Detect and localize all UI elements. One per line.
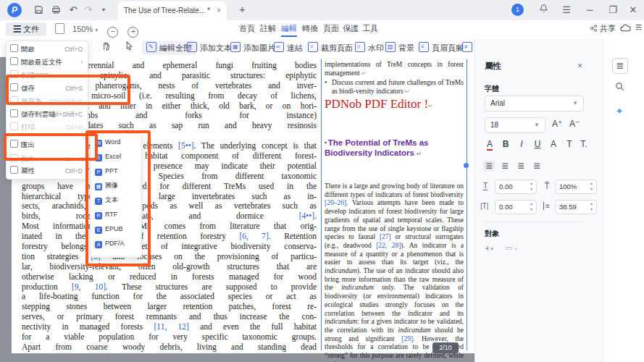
restore-window-icon[interactable]: ❐ <box>606 3 620 17</box>
tab-home[interactable]: 首頁 <box>239 23 255 34</box>
collapse-toolbar-icon[interactable]: ☴ <box>635 23 642 31</box>
hand-tool-icon[interactable] <box>101 41 111 55</box>
increase-font-size-button[interactable]: A⁺ <box>552 119 562 129</box>
selection-handle[interactable] <box>464 163 469 168</box>
align-justify-button[interactable]: ≣ <box>531 161 543 171</box>
line-height-input[interactable]: 38.59▴▾ <box>555 200 597 214</box>
underline-button[interactable]: U <box>531 139 544 149</box>
select-cursor-icon[interactable] <box>125 41 133 55</box>
print-icon[interactable] <box>49 4 62 17</box>
document-line: otherwise lacking or reduced in forests … <box>22 272 317 282</box>
font-color-button[interactable]: A <box>483 139 496 149</box>
ai-sparkle-icon[interactable]: ✦ <box>612 104 627 119</box>
object-distribute-button[interactable]: ▭ ▾ <box>505 243 517 253</box>
zoom-level[interactable]: 150% <box>72 25 93 33</box>
superscript-button[interactable]: T <box>563 139 576 149</box>
font-section-label: 字體 <box>485 84 499 94</box>
background-button[interactable]: ▨背景 <box>385 41 414 55</box>
tab-edit[interactable]: 編輯 <box>281 23 297 37</box>
zoom-dropdown-icon[interactable]: ▾ <box>95 27 98 33</box>
highlight-text-button[interactable]: A <box>547 139 560 149</box>
document-line: nectivity in managed forests [11, 12] an… <box>22 322 317 332</box>
align-left-button[interactable]: ≣ <box>483 161 495 171</box>
minimize-icon[interactable]: ─ <box>582 3 597 17</box>
redo-icon[interactable]: ↷ <box>82 4 95 17</box>
tab-tools[interactable]: 工具 <box>362 23 378 34</box>
chevron-down-icon: ▼ <box>572 96 578 111</box>
watermark-button[interactable]: ◊水印 <box>355 41 384 55</box>
document-line: birds, rodents, bats, and dormice [4••]. <box>22 211 317 222</box>
line-height-icon: ≡ <box>543 202 550 210</box>
watermark-icon: ◊ <box>355 42 365 52</box>
align-right-button[interactable]: ≣ <box>515 161 527 171</box>
link-button[interactable]: ∞連結 <box>274 41 303 55</box>
document-line: inated in the context of retention fores… <box>22 232 317 242</box>
document-section-heading[interactable]: •The Potential of TreMs as Biodiversity … <box>325 138 469 159</box>
document-right-column[interactable]: implementations of TreM concepts in fore… <box>325 61 464 96</box>
properties-panel-icon[interactable]: ≣ <box>612 58 628 74</box>
italic-button[interactable]: I <box>515 139 528 149</box>
notification-badge[interactable]: 1 <box>511 4 524 16</box>
font-size-select[interactable]: 18▼ <box>485 117 545 133</box>
zoom-out-icon[interactable]: − <box>107 27 118 38</box>
char-spacing-icon: T <box>483 182 488 190</box>
subscript-button[interactable]: T. <box>577 139 590 149</box>
crop-icon: ⌗ <box>308 42 318 52</box>
add-text-icon: T <box>187 42 197 52</box>
page-fit-icon[interactable] <box>55 23 64 34</box>
undo-icon[interactable]: ↶ <box>67 4 80 17</box>
text-selection-right-border <box>467 59 467 350</box>
document-tab[interactable]: The Use of Tree-Relate... * × <box>118 1 227 20</box>
hamburger-menu-icon[interactable]: ☰ <box>559 3 574 17</box>
search-icon[interactable] <box>612 81 627 96</box>
h-scale-icon: T <box>545 182 549 190</box>
document-line: forestry belongs to a set of integrative… <box>22 242 317 252</box>
inserted-watermark-text[interactable]: PDNob PDF Editor !↵ <box>325 97 433 111</box>
menu-item-save-to-cloud[interactable]: 儲存到雲端Ctrl+Shift+C <box>10 109 83 120</box>
document-line: Most information on TreMs comes from lit… <box>22 222 317 232</box>
font-family-select[interactable]: Arial▼ <box>485 96 584 111</box>
properties-icon <box>10 166 18 174</box>
object-align-button[interactable]: ⫞ ▾ <box>485 243 493 253</box>
decrease-font-size-button[interactable]: A⁻ <box>569 119 580 129</box>
tab-title: The Use of Tree-Relate... * <box>124 7 210 14</box>
add-text-button[interactable]: T添加文本 <box>187 41 232 55</box>
highlight-box-save <box>6 75 130 105</box>
tab-convert[interactable]: 轉換 <box>302 23 318 34</box>
header-footer-button[interactable]: ≡頁眉頁腳 <box>419 41 464 55</box>
menu-item-open[interactable]: 開啟Ctrl+O <box>10 43 83 55</box>
tab-page[interactable]: 頁面 <box>323 23 339 34</box>
close-window-icon[interactable]: ✕ <box>626 3 640 17</box>
document-line: sects, arachnids, and gastropods as well… <box>22 201 317 211</box>
close-tab-icon[interactable]: × <box>217 1 221 20</box>
chevron-down-icon: ▼ <box>534 118 540 132</box>
history-dropdown-icon[interactable]: ▾ <box>97 4 110 17</box>
char-spacing-input[interactable]: 0.00▴▾ <box>495 180 537 194</box>
bell-icon[interactable] <box>536 3 551 17</box>
zoom-in-icon[interactable]: + <box>127 27 138 38</box>
bold-button[interactable]: B <box>499 139 512 149</box>
bates-icon: # <box>462 42 472 52</box>
document-line: lar, biodiversity-relevant, often old-gr… <box>22 262 317 272</box>
document-line: groups have been described for different… <box>22 182 317 192</box>
document-paragraph[interactable]: There is a large and growing body of lit… <box>325 182 464 362</box>
menu-item-print[interactable]: 打印Ctrl+P <box>10 122 83 133</box>
add-image-button[interactable]: ▦添加圖片 <box>230 41 275 55</box>
share-button[interactable]: 共享 <box>590 23 616 34</box>
document-line: a life-boating function for the associat… <box>22 292 317 302</box>
menu-item-properties[interactable]: 屬性Ctrl+D <box>10 165 83 177</box>
word-spacing-input[interactable]: 0.00▴▾ <box>495 200 537 214</box>
tab-protect[interactable]: 保護 <box>343 23 359 34</box>
horizontal-scale-input[interactable]: 100%▴▾ <box>555 180 597 194</box>
close-panel-icon[interactable]: × <box>577 61 582 71</box>
tab-annotate[interactable]: 註解 <box>260 23 276 34</box>
align-center-button[interactable]: ≣ <box>499 161 511 171</box>
save-icon[interactable] <box>32 4 45 17</box>
document-line: stepping stones between larger retention… <box>22 302 317 312</box>
new-tab-button[interactable]: + <box>239 3 246 15</box>
menu-item-open-recent[interactable]: 開啟最近文件› <box>10 56 83 68</box>
crop-page-button[interactable]: ⌗裁剪頁面 <box>308 41 353 55</box>
cloud-icon[interactable] <box>620 22 631 35</box>
properties-title: 屬性 <box>485 61 501 72</box>
file-menu-button[interactable]: ☰ 文件 <box>6 22 46 36</box>
